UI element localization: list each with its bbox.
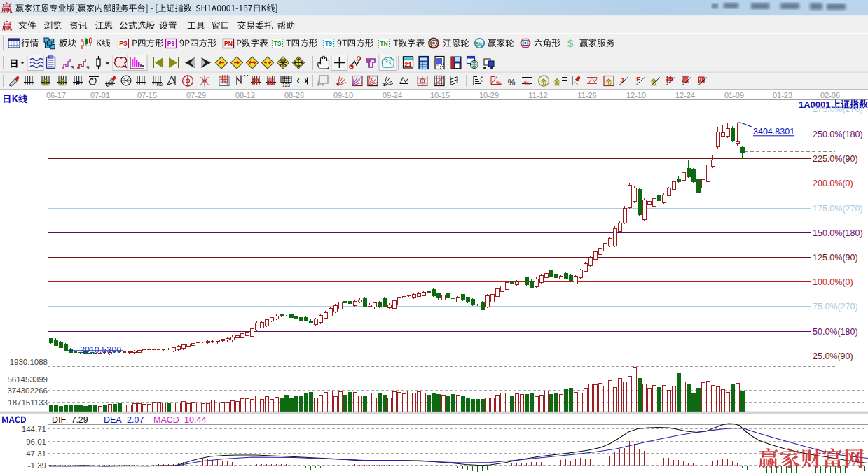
svg-text:11-12: 11-12 <box>528 91 547 99</box>
svg-text:F: F <box>76 79 80 87</box>
svg-text:11-26: 11-26 <box>577 91 596 99</box>
svg-text:n2: n2 <box>157 81 163 88</box>
svg-text:09-24: 09-24 <box>383 91 402 99</box>
svg-text:DEA=2.07: DEA=2.07 <box>104 415 144 425</box>
svg-text:123: 123 <box>282 83 290 88</box>
svg-text:10-15: 10-15 <box>430 91 450 99</box>
svg-text:25.0%(90): 25.0%(90) <box>813 351 853 361</box>
svg-text:275.0%(270): 275.0%(270) <box>813 104 863 114</box>
svg-text:PS: PS <box>119 40 128 47</box>
svg-text:250.0%(180): 250.0%(180) <box>813 130 863 139</box>
svg-text:08-26: 08-26 <box>284 91 304 99</box>
svg-text:3404.8301: 3404.8301 <box>753 127 794 137</box>
svg-text:$: $ <box>567 37 574 49</box>
svg-text:12-24: 12-24 <box>675 91 695 99</box>
svg-text:09-10: 09-10 <box>333 91 353 99</box>
svg-text:-1.39: -1.39 <box>28 461 46 470</box>
svg-text:%: % <box>508 78 516 88</box>
svg-text:Big: Big <box>475 41 484 47</box>
svg-text:1930.1088: 1930.1088 <box>10 358 48 366</box>
svg-text:01-23: 01-23 <box>773 91 792 99</box>
svg-text:%: % <box>524 80 530 87</box>
svg-text:175.0%(270): 175.0%(270) <box>813 204 863 214</box>
svg-text:12-10: 12-10 <box>626 91 646 99</box>
svg-text:225.0%(90): 225.0%(90) <box>813 154 858 164</box>
svg-text:96.01: 96.01 <box>26 438 46 446</box>
svg-text:07-15: 07-15 <box>137 91 157 99</box>
svg-text:%: % <box>496 80 502 87</box>
svg-text:10-29: 10-29 <box>479 91 499 99</box>
svg-text:187151133: 187151133 <box>8 398 48 407</box>
svg-text:125.0%(90): 125.0%(90) <box>813 253 858 263</box>
svg-text:100.0%(0): 100.0%(0) <box>813 277 853 287</box>
svg-text:374302266: 374302266 <box>7 386 48 395</box>
svg-text:TN: TN <box>380 40 387 47</box>
svg-text:P9: P9 <box>167 40 175 47</box>
svg-text:3: 3 <box>71 64 74 71</box>
svg-text:561453399: 561453399 <box>7 375 48 384</box>
svg-text:75.0%(270): 75.0%(270) <box>813 302 858 312</box>
svg-text:PN: PN <box>224 40 233 47</box>
svg-text:47.31: 47.31 <box>26 449 46 458</box>
svg-text:02-06: 02-06 <box>820 91 840 99</box>
svg-text:50.0%(180): 50.0%(180) <box>813 327 858 337</box>
svg-text:TS: TS <box>274 40 282 47</box>
svg-text:150.0%(180): 150.0%(180) <box>813 228 863 238</box>
svg-text:9: 9 <box>86 64 90 71</box>
svg-text:06-17: 06-17 <box>46 91 66 99</box>
svg-text:DIF=7.29: DIF=7.29 <box>52 415 88 425</box>
svg-text:07-01: 07-01 <box>90 91 110 99</box>
svg-text:01-09: 01-09 <box>724 91 744 99</box>
svg-text:07-29: 07-29 <box>186 91 206 99</box>
svg-text:MACD=10.44: MACD=10.44 <box>153 415 206 425</box>
svg-text:2010.5300: 2010.5300 <box>80 345 121 355</box>
svg-text:T9: T9 <box>325 40 332 47</box>
svg-text:144.71: 144.71 <box>22 425 46 433</box>
svg-text:200.0%(0): 200.0%(0) <box>813 179 853 188</box>
svg-text:08-12: 08-12 <box>235 91 255 99</box>
svg-text:21: 21 <box>404 60 412 68</box>
